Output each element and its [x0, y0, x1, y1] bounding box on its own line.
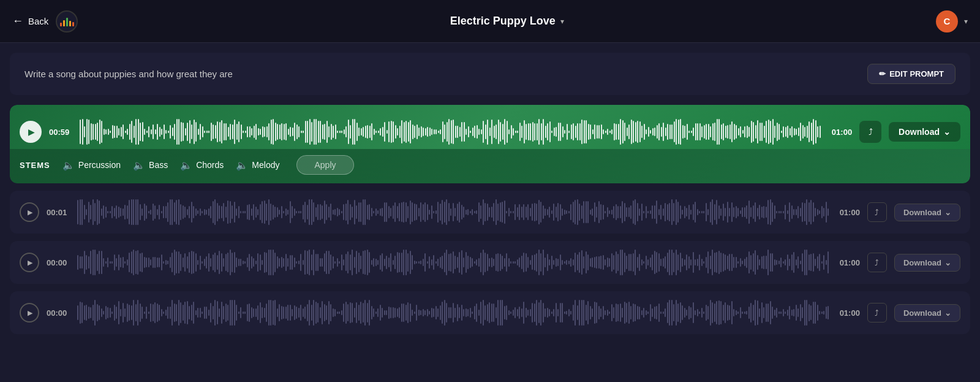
- speaker-icon-percussion: 🔈: [62, 159, 75, 171]
- prompt-text: Write a song about puppies and how great…: [24, 69, 233, 79]
- track4-download-label: Download: [903, 308, 941, 318]
- track3-waveform: [77, 249, 829, 276]
- stems-bar: STEMS 🔈 Percussion 🔈 Bass 🔈 Chords 🔈 Mel…: [10, 149, 970, 183]
- header-right: C ▾: [936, 10, 968, 32]
- header-left: ← Back: [12, 10, 78, 32]
- edit-prompt-button[interactable]: ✏ EDIT PROMPT: [867, 64, 956, 84]
- back-label: Back: [28, 16, 48, 26]
- track2-play-icon: ▶: [28, 208, 32, 216]
- track-4: ▶ 00:00 01:00 ⤴ Download ⌄: [10, 291, 970, 334]
- track2-time-start: 00:01: [47, 208, 70, 217]
- main-track: ▶ 00:59 01:00 ⤴ Download ⌄: [10, 105, 970, 149]
- song-title: Electric Puppy Love: [450, 15, 556, 28]
- track3-play-button[interactable]: ▶: [20, 253, 39, 272]
- track2-download-arrow-icon: ⌄: [944, 208, 951, 217]
- header: ← Back Electric Puppy Love ▾ C ▾: [0, 0, 980, 43]
- stem-melody-label: Melody: [252, 160, 279, 170]
- track2-download-button[interactable]: Download ⌄: [894, 204, 960, 221]
- logo-bars-icon: [60, 17, 74, 26]
- stem-chords[interactable]: 🔈 Chords: [180, 159, 224, 171]
- back-arrow-icon: ←: [12, 15, 23, 28]
- back-button[interactable]: ← Back: [12, 15, 48, 28]
- track3-time-end: 01:00: [837, 258, 860, 267]
- track-2: ▶ 00:01 01:00 ⤴ Download ⌄: [10, 191, 970, 234]
- track3-share-icon: ⤴: [875, 258, 879, 267]
- app-logo: [56, 10, 78, 32]
- main-download-arrow-icon: ⌄: [943, 127, 951, 137]
- track4-share-button[interactable]: ⤴: [867, 303, 887, 323]
- track-3: ▶ 00:00 01:00 ⤴ Download ⌄: [10, 241, 970, 284]
- track4-share-icon: ⤴: [875, 308, 879, 318]
- track2-waveform: [77, 199, 829, 226]
- track2-share-icon: ⤴: [875, 208, 879, 217]
- stem-percussion-label: Percussion: [78, 160, 121, 170]
- track2-time-end: 01:00: [837, 208, 860, 217]
- song-title-chevron-icon: ▾: [560, 17, 564, 26]
- stem-percussion[interactable]: 🔈 Percussion: [62, 159, 121, 171]
- track3-download-button[interactable]: Download ⌄: [894, 254, 960, 272]
- track3-play-icon: ▶: [28, 259, 32, 267]
- user-avatar[interactable]: C: [936, 10, 958, 32]
- stems-label: STEMS: [20, 161, 50, 170]
- main-play-icon: ▶: [28, 127, 35, 137]
- stem-chords-label: Chords: [196, 160, 224, 170]
- track4-play-button[interactable]: ▶: [20, 303, 39, 323]
- track4-waveform: [77, 299, 829, 326]
- main-download-button[interactable]: Download ⌄: [889, 122, 960, 142]
- main-time-start: 00:59: [49, 128, 72, 137]
- track4-download-arrow-icon: ⌄: [944, 308, 951, 318]
- apply-button[interactable]: Apply: [296, 155, 353, 175]
- stem-bass[interactable]: 🔈 Bass: [133, 159, 168, 171]
- apply-label: Apply: [314, 160, 336, 170]
- track4-play-icon: ▶: [28, 309, 32, 317]
- song-title-area[interactable]: Electric Puppy Love ▾: [450, 15, 564, 28]
- speaker-icon-chords: 🔈: [180, 159, 192, 171]
- main-download-label: Download: [899, 127, 940, 137]
- main-track-container: ▶ 00:59 01:00 ⤴ Download ⌄ STEMS 🔈 Percu…: [10, 105, 970, 183]
- stem-bass-label: Bass: [149, 160, 168, 170]
- track2-download-label: Download: [903, 208, 941, 217]
- track4-time-start: 00:00: [47, 308, 70, 318]
- main-waveform: [80, 118, 821, 145]
- main-share-button[interactable]: ⤴: [859, 121, 881, 143]
- speaker-icon-bass: 🔈: [133, 159, 145, 171]
- edit-prompt-label: EDIT PROMPT: [889, 69, 944, 78]
- tracks-content: ▶ 00:59 01:00 ⤴ Download ⌄ STEMS 🔈 Percu…: [0, 105, 980, 344]
- share-icon: ⤴: [869, 127, 873, 137]
- track3-share-button[interactable]: ⤴: [867, 253, 887, 272]
- speaker-icon-melody: 🔈: [236, 159, 248, 171]
- track3-time-start: 00:00: [47, 258, 70, 267]
- main-play-button[interactable]: ▶: [20, 121, 42, 143]
- track3-download-arrow-icon: ⌄: [944, 258, 951, 267]
- track2-play-button[interactable]: ▶: [20, 202, 39, 222]
- avatar-dropdown-icon[interactable]: ▾: [964, 17, 968, 26]
- track4-time-end: 01:00: [837, 308, 860, 318]
- track3-download-label: Download: [903, 258, 941, 267]
- prompt-bar: Write a song about puppies and how great…: [10, 53, 970, 95]
- stem-melody[interactable]: 🔈 Melody: [236, 159, 279, 171]
- main-track-row: ▶ 00:59 01:00 ⤴ Download ⌄: [20, 115, 960, 149]
- track4-download-button[interactable]: Download ⌄: [894, 304, 960, 322]
- track2-share-button[interactable]: ⤴: [867, 202, 887, 222]
- pencil-icon: ✏: [879, 69, 886, 78]
- main-time-end: 01:00: [829, 128, 852, 137]
